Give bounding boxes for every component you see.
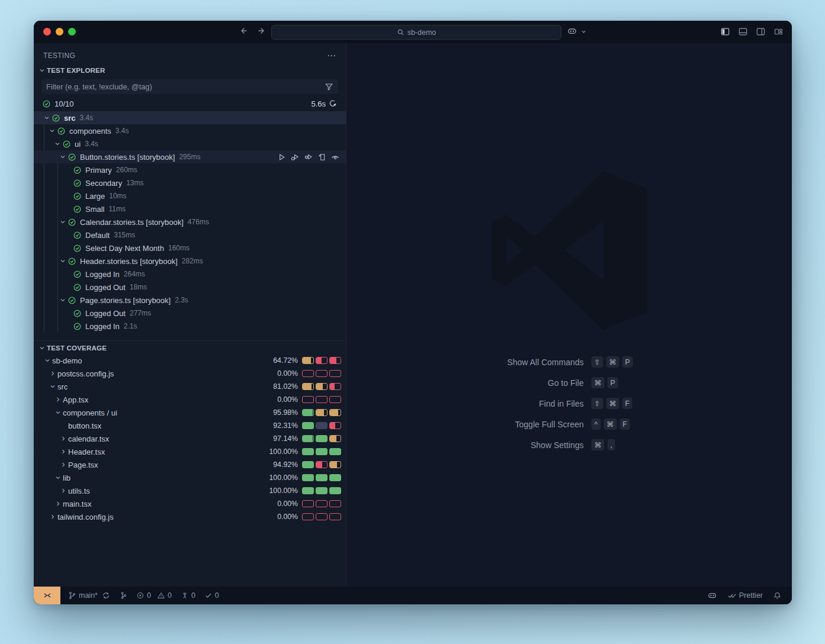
test-tree-item[interactable]: Header.stories.ts [storybook]282ms <box>34 255 346 268</box>
coverage-tree-item[interactable]: postcss.config.js0.00% <box>34 367 346 380</box>
test-tree-item[interactable]: Logged Out18ms <box>34 281 346 294</box>
test-tree-item[interactable]: Small11ms <box>34 202 346 215</box>
debug-icon[interactable] <box>290 152 300 162</box>
test-coverage-section-header[interactable]: TEST COVERAGE <box>34 340 346 354</box>
coverage-tree-item[interactable]: lib100.00% <box>34 471 346 484</box>
copilot-menu[interactable] <box>567 26 587 37</box>
test-tree-item[interactable]: Page.stories.ts [storybook]2.3s <box>34 294 346 307</box>
more-actions-icon[interactable]: ⋯ <box>327 53 336 59</box>
test-tree-item[interactable]: Logged In264ms <box>34 268 346 281</box>
double-check-icon <box>727 591 737 600</box>
test-tree-item[interactable]: components3.4s <box>34 124 346 137</box>
coverage-tree-item[interactable]: App.tsx0.00% <box>34 393 346 406</box>
chevron-down-icon[interactable] <box>58 297 68 304</box>
coverage-tree-item[interactable]: Header.tsx100.00% <box>34 445 346 458</box>
key-cap: P <box>608 377 618 388</box>
test-tree-item[interactable]: Logged In2.1s <box>34 320 346 333</box>
chevron-down-icon[interactable] <box>53 140 62 147</box>
maximize-window-button[interactable] <box>68 28 76 36</box>
toggle-secondary-sidebar-icon[interactable] <box>756 27 766 37</box>
coverage-tree-item[interactable]: Page.tsx94.92% <box>34 458 346 471</box>
rerun-tests-icon[interactable] <box>328 99 338 108</box>
peek-icon[interactable] <box>330 152 340 162</box>
customize-layout-icon[interactable] <box>773 27 784 37</box>
chevron-right-icon[interactable] <box>59 448 68 455</box>
coverage-bar <box>302 370 314 377</box>
desktop: sb-demo TESTING ⋯ T <box>0 0 825 644</box>
chevron-down-icon[interactable] <box>43 357 52 364</box>
coverage-bar <box>316 513 328 520</box>
coverage-tree-item[interactable]: src81.02% <box>34 380 346 393</box>
run-coverage-icon[interactable] <box>304 152 313 162</box>
coverage-tree-item[interactable]: components / ui95.98% <box>34 406 346 419</box>
test-tree-item[interactable]: Calendar.stories.ts [storybook]476ms <box>34 215 346 228</box>
coverage-tree-item[interactable]: sb-demo64.72% <box>34 354 346 367</box>
coverage-bar <box>329 435 341 442</box>
run-icon[interactable] <box>277 153 286 162</box>
minimize-window-button[interactable] <box>56 28 63 36</box>
coverage-tree-item[interactable]: tailwind.config.js0.00% <box>34 510 346 523</box>
chevron-down-icon[interactable] <box>53 409 63 416</box>
git-sync-icon[interactable] <box>102 591 110 600</box>
test-tree-item[interactable]: src3.4s <box>34 111 346 124</box>
coverage-item-label: Page.tsx <box>68 461 98 469</box>
chevron-down-icon[interactable] <box>47 127 57 134</box>
coverage-bar <box>329 409 341 416</box>
chevron-down-icon[interactable] <box>58 218 68 226</box>
chevron-right-icon[interactable] <box>48 370 57 377</box>
chevron-down-icon[interactable] <box>58 153 68 160</box>
coverage-tree-item[interactable]: calendar.tsx97.14% <box>34 432 346 445</box>
chevron-down-icon[interactable] <box>42 114 52 121</box>
coverage-percent: 0.00% <box>277 513 298 521</box>
coverage-bar <box>329 383 341 390</box>
test-filter-input[interactable]: Filter (e.g. text, !exclude, @tag) <box>41 79 338 94</box>
chevron-right-icon[interactable] <box>53 500 63 507</box>
notifications-bell-icon[interactable] <box>773 591 782 600</box>
git-branch-status[interactable]: main* <box>68 591 110 600</box>
coverage-bar <box>316 500 328 507</box>
toggle-panel-icon[interactable] <box>738 27 748 37</box>
remote-indicator[interactable] <box>34 587 60 604</box>
coverage-stats: 0.00% <box>277 367 341 380</box>
copilot-status-icon[interactable] <box>707 591 717 601</box>
test-passed-icon <box>73 231 82 240</box>
coverage-tree-item[interactable]: utils.ts100.00% <box>34 484 346 497</box>
test-tree-item[interactable]: Secondary13ms <box>34 176 346 189</box>
ports-status[interactable]: 0 <box>181 591 195 600</box>
coverage-tree-item[interactable]: button.tsx92.31% <box>34 419 346 432</box>
test-tree-item[interactable]: ui3.4s <box>34 137 346 150</box>
coverage-stats: 100.00% <box>269 445 341 458</box>
problems-status[interactable]: 0 0 <box>136 591 172 600</box>
coverage-stats: 64.72% <box>273 354 341 367</box>
shortcut-label: Find in Files <box>452 399 592 408</box>
source-control-graph-icon[interactable] <box>119 591 127 600</box>
test-tree-item[interactable]: Primary260ms <box>34 163 346 176</box>
test-tree-item[interactable]: Default315ms <box>34 228 346 242</box>
go-to-test-icon[interactable] <box>317 153 326 162</box>
coverage-bar <box>316 448 328 455</box>
forward-icon[interactable] <box>257 26 267 36</box>
toggle-primary-sidebar-icon[interactable] <box>720 27 730 37</box>
command-center-search[interactable]: sb-demo <box>271 25 561 40</box>
test-explorer-section-header[interactable]: TEST EXPLORER <box>34 63 346 77</box>
coverage-bar <box>329 487 341 494</box>
close-window-button[interactable] <box>43 28 51 36</box>
chevron-down-icon[interactable] <box>53 474 63 481</box>
chevron-right-icon[interactable] <box>48 513 57 520</box>
test-item-label: Small <box>85 205 105 214</box>
chevron-right-icon[interactable] <box>59 435 68 442</box>
chevron-down-icon[interactable] <box>48 383 57 390</box>
test-tree-item[interactable]: Select Day Next Month160ms <box>34 242 346 255</box>
chevron-right-icon[interactable] <box>59 461 68 468</box>
formatter-status[interactable]: Prettier <box>727 591 763 600</box>
filter-icon[interactable] <box>325 82 333 91</box>
chevron-right-icon[interactable] <box>59 487 68 494</box>
chevron-right-icon[interactable] <box>53 396 63 403</box>
coverage-tree-item[interactable]: main.tsx0.00% <box>34 497 346 510</box>
test-tree-item[interactable]: Large10ms <box>34 189 346 202</box>
back-icon[interactable] <box>239 26 248 36</box>
chevron-down-icon[interactable] <box>58 257 68 265</box>
test-tree-item[interactable]: Button.stories.ts [storybook]295ms <box>34 150 346 163</box>
test-status[interactable]: 0 <box>204 591 219 600</box>
test-tree-item[interactable]: Logged Out277ms <box>34 307 346 320</box>
